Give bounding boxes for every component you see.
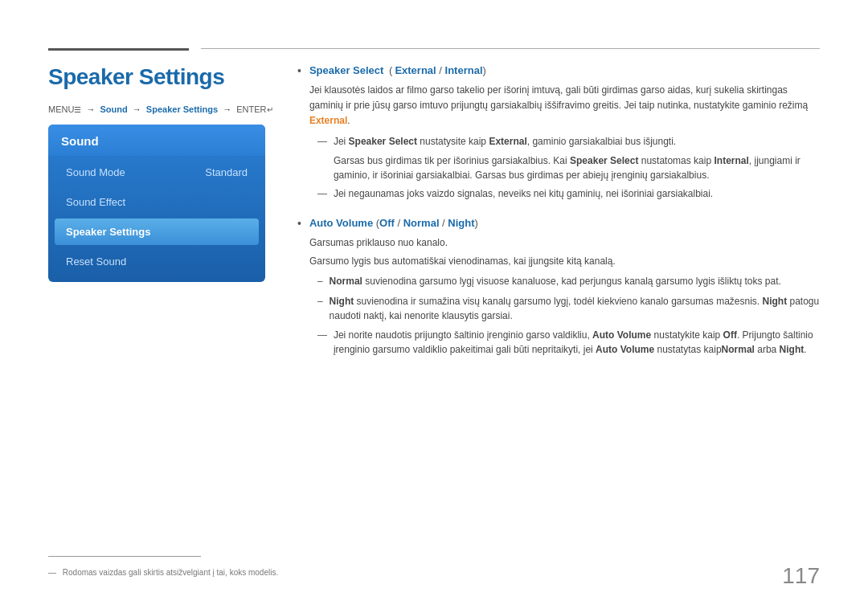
external-highlight: External — [309, 115, 347, 126]
breadcrumb-arrow3: → — [223, 104, 234, 114]
av-sep2: / — [440, 217, 448, 229]
av-note-text: Jei norite naudotis prijungto šaltinio į… — [334, 328, 820, 357]
speaker-sub-3: — Jei negaunamas joks vaizdo signalas, n… — [309, 186, 820, 202]
breadcrumb: MENU☰ → Sound → Speaker Settings → ENTER… — [48, 104, 273, 114]
av-sep1: / — [395, 217, 403, 229]
av-sub-2: – Night suvienodina ir sumažina visų kan… — [309, 294, 820, 323]
s1-sep: / — [436, 64, 445, 76]
speaker-select-title: Speaker Select (External / Internal) — [309, 64, 820, 76]
sound-mode-value: Standard — [205, 166, 248, 178]
auto-volume-title: Auto Volume (Off / Normal / Night) — [309, 217, 820, 229]
speaker-sub-3-text: Jei negaunamas joks vaizdo signalas, nev… — [334, 186, 713, 202]
breadcrumb-arrow2: → — [133, 104, 144, 114]
sound-effect-label: Sound Effect — [66, 196, 125, 208]
dash-av-note: — — [317, 328, 327, 357]
bullet-2: • — [297, 217, 301, 361]
top-rule-left — [48, 48, 189, 51]
reset-sound-label: Reset Sound — [66, 255, 126, 268]
s1-paren: ) — [483, 64, 486, 76]
menu-item-speaker-settings[interactable]: Speaker Settings — [55, 219, 259, 245]
speaker-select-content: Speaker Select (External / Internal) Jei… — [309, 64, 820, 206]
speaker-select-separator: ( — [389, 64, 392, 76]
bullet-1: • — [297, 64, 301, 206]
top-rule-right — [201, 48, 820, 49]
footer-line — [48, 556, 201, 557]
footer-note: ― Rodomas vaizdas gali skirtis atsižvelg… — [48, 568, 278, 577]
auto-volume-content: Auto Volume (Off / Normal / Night) Garsu… — [309, 217, 820, 361]
av-sub-2-text: Night suvienodina ir sumažina visų kanal… — [330, 294, 820, 323]
auto-volume-night: Night — [448, 217, 474, 229]
speaker-select-label: Speaker Select — [309, 64, 384, 76]
av-paren-close: ) — [475, 217, 478, 229]
auto-volume-body: Garsumas priklauso nuo kanalo. Garsumo l… — [309, 235, 820, 357]
footer-note-text: Rodomas vaizdas gali skirtis atsižvelgia… — [63, 568, 278, 577]
content-area: • Speaker Select (External / Internal) J… — [297, 64, 820, 549]
av-sub-1: – Normal suvienodina garsumo lygį visuos… — [309, 274, 820, 289]
menu-item-sound-mode[interactable]: Sound Mode Standard — [55, 159, 259, 186]
breadcrumb-sound: Sound — [100, 104, 128, 114]
breadcrumb-enter: ENTER — [236, 104, 266, 114]
breadcrumb-speaker-settings: Speaker Settings — [146, 104, 218, 114]
av-note: — Jei norite naudotis prijungto šaltinio… — [309, 328, 820, 357]
auto-volume-label: Auto Volume — [309, 217, 373, 229]
section-speaker-select: • Speaker Select (External / Internal) J… — [297, 64, 820, 206]
menu-icon: ☰ — [74, 105, 81, 114]
speaker-select-body: Jei klausotės laidos ar filmo garso take… — [309, 83, 820, 202]
speaker-select-para1: Jei klausotės laidos ar filmo garso take… — [309, 83, 820, 129]
speaker-sub-2-text: Garsas bus girdimas tik per išorinius ga… — [334, 153, 820, 182]
footer-dash: ― — [48, 568, 59, 577]
dash-3: — — [317, 186, 327, 202]
auto-volume-normal: Normal — [403, 217, 440, 229]
menu-item-reset-sound[interactable]: Reset Sound — [55, 248, 259, 275]
av-para1: Garsumas priklauso nuo kanalo. — [309, 235, 820, 251]
av-sub-1-text: Normal suvienodina garsumo lygį visuose … — [330, 274, 781, 289]
menu-label: MENU — [48, 104, 74, 114]
dash-av-1: – — [317, 274, 323, 289]
auto-volume-off: Off — [379, 217, 395, 229]
speaker-sub-1-text: Jei Speaker Select nustatysite kaip Exte… — [334, 134, 676, 149]
speaker-settings-label: Speaker Settings — [66, 226, 151, 238]
dash-1: — — [317, 134, 327, 149]
page-title: Speaker Settings — [48, 64, 224, 90]
enter-icon: ↵ — [267, 105, 273, 114]
sound-panel-title: Sound — [48, 125, 265, 156]
breadcrumb-arrow1: → — [86, 104, 97, 114]
sound-mode-label: Sound Mode — [66, 166, 125, 178]
section-auto-volume: • Auto Volume (Off / Normal / Night) Gar… — [297, 217, 820, 361]
speaker-sub-2: — Garsas bus girdimas tik per išorinius … — [309, 153, 820, 182]
speaker-select-internal: Internal — [445, 64, 483, 76]
dash-av-2: – — [317, 294, 323, 323]
sound-panel: Sound Sound Mode Standard Sound Effect S… — [48, 125, 265, 282]
page-number: 117 — [782, 563, 820, 589]
menu-item-sound-effect[interactable]: Sound Effect — [55, 189, 259, 215]
speaker-select-external: External — [395, 64, 436, 76]
av-para2: Garsumo lygis bus automatiškai vienodina… — [309, 254, 820, 269]
speaker-sub-1: — Jei Speaker Select nustatysite kaip Ex… — [309, 134, 820, 149]
